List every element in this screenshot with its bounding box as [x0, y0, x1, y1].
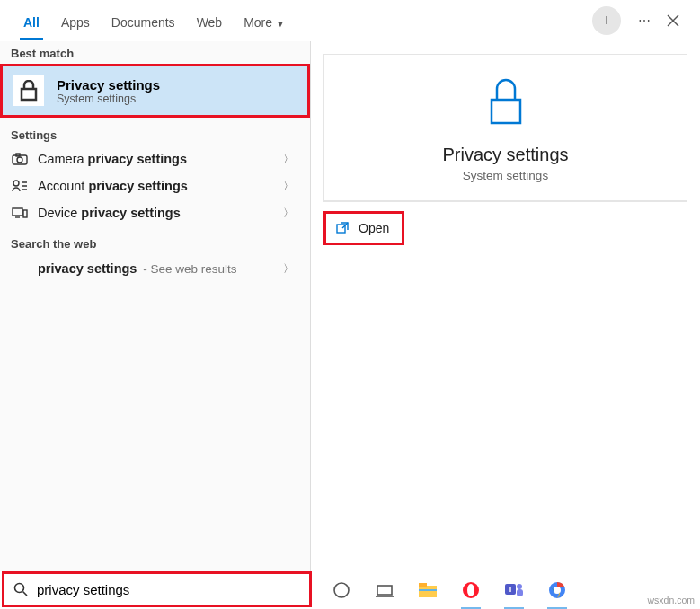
- svg-point-22: [467, 584, 474, 596]
- svg-rect-10: [492, 100, 520, 123]
- settings-result-account[interactable]: Account privacy settings 〉: [0, 172, 310, 199]
- chevron-right-icon: 〉: [283, 152, 294, 167]
- cortana-icon[interactable]: [330, 578, 353, 602]
- watermark: wsxdn.com: [647, 595, 695, 605]
- tab-web[interactable]: Web: [186, 3, 234, 39]
- separator: [323, 201, 687, 202]
- result-bold: privacy settings: [38, 261, 137, 276]
- web-result[interactable]: · privacy settings - See web results 〉: [0, 254, 310, 283]
- detail-hero: Privacy settings System settings: [323, 54, 687, 201]
- best-match-result[interactable]: Privacy settings System settings: [0, 64, 310, 118]
- account-icon: [11, 180, 29, 192]
- detail-title: Privacy settings: [442, 145, 568, 165]
- task-view-icon[interactable]: [373, 578, 396, 602]
- opera-icon[interactable]: [459, 578, 483, 602]
- file-explorer-icon[interactable]: [416, 578, 439, 602]
- svg-rect-8: [23, 210, 27, 217]
- result-bold: privacy settings: [88, 152, 187, 166]
- svg-rect-26: [517, 589, 523, 596]
- tab-apps[interactable]: Apps: [50, 3, 101, 39]
- settings-header: Settings: [0, 123, 310, 146]
- camera-icon: [11, 153, 29, 165]
- svg-rect-16: [377, 586, 392, 595]
- chevron-right-icon: 〉: [283, 206, 294, 221]
- result-prefix: Account: [38, 179, 88, 193]
- svg-point-13: [15, 584, 24, 593]
- web-header: Search the web: [0, 232, 310, 254]
- svg-point-25: [517, 584, 522, 589]
- best-match-subtitle: System settings: [57, 93, 160, 105]
- caret-down-icon: ▼: [276, 19, 285, 29]
- result-bold: privacy settings: [88, 179, 187, 193]
- svg-text:T: T: [508, 585, 513, 594]
- svg-rect-7: [13, 208, 22, 216]
- result-prefix: Device: [38, 206, 81, 220]
- chevron-right-icon: 〉: [283, 179, 294, 194]
- teams-icon[interactable]: T: [502, 578, 526, 602]
- result-prefix: Camera: [38, 152, 88, 166]
- settings-result-camera[interactable]: Camera privacy settings 〉: [0, 146, 310, 172]
- search-tabs: All Apps Documents Web More▼ I ⋯: [0, 0, 700, 41]
- more-options-button[interactable]: ⋯: [630, 6, 659, 35]
- open-label: Open: [359, 221, 389, 235]
- best-match-title: Privacy settings: [57, 77, 160, 93]
- search-box[interactable]: [2, 571, 312, 607]
- open-button[interactable]: Open: [323, 211, 404, 245]
- svg-point-4: [17, 157, 22, 163]
- settings-result-device[interactable]: Device privacy settings 〉: [0, 199, 310, 226]
- tab-documents[interactable]: Documents: [101, 3, 186, 39]
- lock-icon: [13, 75, 44, 106]
- svg-point-6: [13, 181, 19, 186]
- chrome-icon[interactable]: [545, 578, 569, 602]
- svg-line-14: [23, 592, 28, 596]
- search-icon: [13, 582, 28, 596]
- lock-icon: [484, 76, 527, 132]
- svg-rect-20: [419, 589, 437, 591]
- svg-rect-2: [22, 89, 36, 100]
- tab-more[interactable]: More▼: [233, 3, 296, 39]
- svg-rect-11: [337, 225, 345, 233]
- close-icon: [667, 14, 679, 27]
- svg-rect-19: [419, 583, 427, 587]
- detail-subtitle: System settings: [463, 169, 548, 182]
- taskbar-icons: T: [312, 578, 569, 602]
- search-input[interactable]: [37, 582, 300, 597]
- svg-point-15: [334, 583, 349, 597]
- user-avatar[interactable]: I: [592, 6, 621, 35]
- chevron-right-icon: 〉: [283, 261, 294, 277]
- result-suffix: - See web results: [139, 262, 236, 276]
- taskbar: T wsxdn.com: [0, 571, 700, 609]
- device-icon: [11, 207, 29, 219]
- detail-pane: Privacy settings System settings Open: [310, 41, 700, 571]
- tab-all[interactable]: All: [13, 3, 50, 39]
- best-match-header: Best match: [0, 41, 310, 64]
- results-pane: Best match Privacy settings System setti…: [0, 41, 310, 571]
- close-button[interactable]: [659, 6, 687, 35]
- open-icon: [335, 221, 350, 235]
- result-bold: privacy settings: [81, 206, 180, 220]
